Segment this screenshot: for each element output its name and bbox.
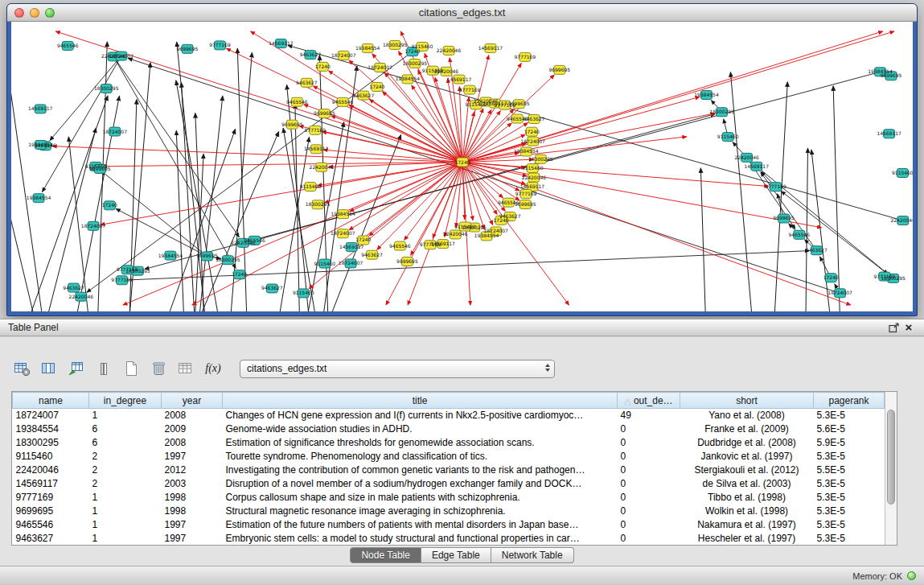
graph-edge[interactable] [811,150,830,311]
table-row[interactable]: 1456911722003Disruption of a novel membe… [13,477,885,491]
table-cell[interactable]: Corpus callosum shape and size in male p… [223,491,618,505]
table-cell[interactable]: Franke et al. (2009) [680,422,814,436]
graph-edge[interactable] [462,163,769,187]
table-cell[interactable]: de Silva et al. (2003) [680,477,814,491]
table-cell[interactable]: 2008 [162,409,223,423]
graph-edge[interactable] [101,163,462,225]
graph-edge[interactable] [11,37,42,311]
table-row[interactable]: 1830029562008Estimation of significance … [13,436,885,450]
table-cell[interactable]: 9699695 [13,505,89,518]
table-cell[interactable]: 5.6E-5 [814,422,885,436]
edit-table-button[interactable] [66,358,87,379]
tab-node-table[interactable]: Node Table [350,547,421,563]
table-cell[interactable]: 19384554 [13,422,89,436]
table-cell[interactable]: Hescheler et al. (1997) [680,532,814,546]
table-row[interactable]: 2242004622012Investigating the contribut… [13,463,885,477]
column-header-pagerank[interactable]: pagerank [814,393,885,409]
table-panel-header[interactable]: Table Panel × [0,319,924,336]
graph-edge[interactable] [122,251,810,281]
function-builder-button[interactable]: f(x) [203,358,224,379]
citation-network-graph[interactable]: 1872400719384554183002959115460224200461… [11,22,913,311]
table-row[interactable]: 946362711997Embryonic stem cells: a mode… [13,532,885,546]
table-cell[interactable]: Structural magnetic resonance image aver… [223,505,618,518]
column-header-short[interactable]: short [680,393,814,409]
table-cell[interactable]: 5.3E-5 [814,505,885,518]
table-cell[interactable]: 1 [89,409,162,423]
column-header-in_degree[interactable]: in_degree [89,393,162,409]
table-cell[interactable]: 1997 [162,518,223,532]
table-cell[interactable]: Stergiakouli et al. (2012) [680,463,814,477]
table-cell[interactable]: Tourette syndrome. Phenomenology and cla… [223,450,618,463]
table-row[interactable]: 911546021997Tourette syndrome. Phenomeno… [13,450,885,463]
table-cell[interactable]: 0 [618,505,680,518]
table-cell[interactable]: Tibbo et al. (1998) [680,491,814,505]
table-cell[interactable]: 0 [618,422,680,436]
table-cell[interactable]: Nakamura et al. (1997) [680,518,814,532]
memory-ok-indicator[interactable] [907,571,916,580]
table-cell[interactable]: 5.3E-5 [814,450,885,463]
table-cell[interactable]: 2 [89,450,162,463]
table-cell[interactable]: Dudbridge et al. (2008) [680,436,814,450]
table-cell[interactable]: 1 [89,518,162,532]
table-cell[interactable]: 5.3E-5 [814,409,885,423]
table-cell[interactable]: Estimation of significance thresholds fo… [223,436,618,450]
row-selector-button[interactable] [93,358,114,379]
table-cell[interactable]: 5.9E-5 [814,436,885,450]
table-cell[interactable]: 1 [89,532,162,546]
table-cell[interactable]: 0 [618,463,680,477]
graph-edge[interactable] [350,163,462,212]
table-row[interactable]: 969969511998Structural magnetic resonanc… [13,505,885,518]
column-header-name[interactable]: name [13,393,89,409]
table-cell[interactable]: 1 [89,491,162,505]
table-cell[interactable]: 18724007 [13,409,89,423]
table-cell[interactable]: 6 [89,422,162,436]
graph-edge[interactable] [199,96,223,311]
table-cell[interactable]: Genome-wide association studies in ADHD. [223,422,618,436]
minimize-window-button[interactable] [30,8,39,18]
table-cell[interactable]: 2 [89,463,162,477]
table-cell[interactable]: 18300295 [13,436,89,450]
table-cell[interactable]: 1997 [162,450,223,463]
zoom-window-button[interactable] [45,8,55,18]
table-vertical-scrollbar[interactable] [885,392,897,545]
table-cell[interactable]: 49 [618,409,680,423]
network-canvas[interactable]: 1872400719384554183002959115460224200461… [11,22,913,311]
table-cell[interactable]: Wolkin et al. (1998) [680,505,814,518]
table-cell[interactable]: 0 [618,532,680,546]
table-cell[interactable]: 0 [618,491,680,505]
graph-edge[interactable] [116,208,207,256]
table-cell[interactable]: 9465546 [13,518,89,532]
scrollbar-thumb[interactable] [887,410,895,505]
table-cell[interactable]: Disruption of a novel member of a sodium… [223,477,618,491]
graph-edge[interactable] [462,163,465,220]
table-cell[interactable]: 1997 [162,532,223,546]
column-header-out_de[interactable]: △out_de… [618,393,680,409]
tab-edge-table[interactable]: Edge Table [421,547,491,563]
graph-edge[interactable] [31,96,108,311]
tab-network-table[interactable]: Network Table [491,547,574,563]
graph-edge[interactable] [309,163,462,289]
table-cell[interactable]: 6 [89,436,162,450]
table-cell[interactable]: 5.5E-5 [814,463,885,477]
show-columns-button[interactable] [39,358,60,379]
window-titlebar[interactable]: citations_edges.txt [7,4,917,22]
close-panel-button[interactable]: × [901,321,916,334]
table-cell[interactable]: 9463627 [13,532,89,546]
graph-edge[interactable] [43,56,121,192]
column-header-title[interactable]: title [223,393,618,409]
table-cell[interactable]: 2012 [162,463,223,477]
table-cell[interactable]: 0 [618,518,680,532]
table-cell[interactable]: 0 [618,477,680,491]
table-cell[interactable]: Changes of HCN gene expression and I(f) … [223,409,618,423]
table-cell[interactable]: 0 [618,450,680,463]
table-cell[interactable]: 1998 [162,491,223,505]
table-select-dropdown[interactable]: citations_edges.txt [240,360,555,378]
table-row[interactable]: 1938455462009Genome-wide association stu… [13,422,885,436]
float-panel-button[interactable] [887,321,901,334]
table-cell[interactable]: Investigating the contribution of common… [223,463,618,477]
table-cell[interactable]: Jankovic et al. (1997) [680,450,814,463]
table-row[interactable]: 1872400712008Changes of HCN gene express… [13,409,885,423]
table-cell[interactable]: 9777169 [13,491,89,505]
table-cell[interactable]: 22420046 [13,463,89,477]
table-row[interactable]: 946554611997Estimation of the future num… [13,518,885,532]
